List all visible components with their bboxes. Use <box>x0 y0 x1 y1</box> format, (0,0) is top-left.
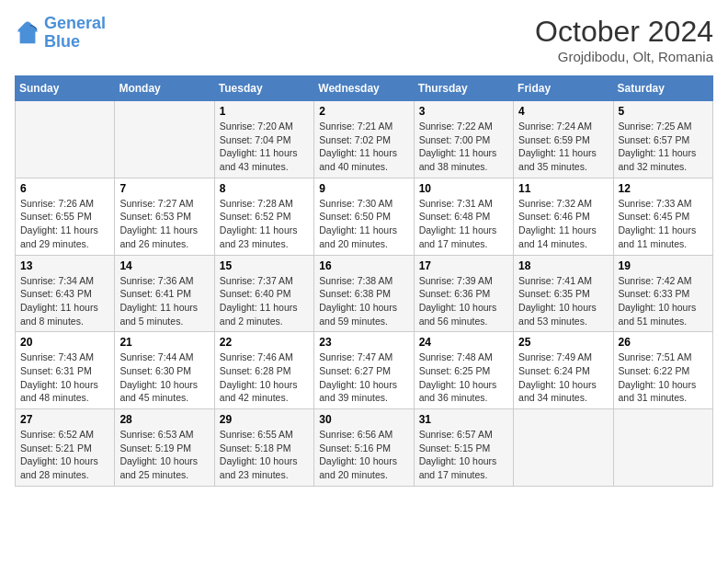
day-info: Sunrise: 7:28 AMSunset: 6:52 PMDaylight:… <box>220 197 309 251</box>
table-row: 31Sunrise: 6:57 AMSunset: 5:15 PMDayligh… <box>414 409 513 487</box>
day-number: 8 <box>220 182 309 195</box>
calendar-week-2: 6Sunrise: 7:26 AMSunset: 6:55 PMDaylight… <box>16 178 713 255</box>
day-number: 27 <box>20 413 109 426</box>
table-row: 1Sunrise: 7:20 AMSunset: 7:04 PMDaylight… <box>214 101 313 178</box>
table-row: 3Sunrise: 7:22 AMSunset: 7:00 PMDaylight… <box>414 101 513 178</box>
table-row: 22Sunrise: 7:46 AMSunset: 6:28 PMDayligh… <box>214 332 313 409</box>
day-number: 19 <box>619 259 708 272</box>
col-tuesday: Tuesday <box>214 76 313 101</box>
header-row: Sunday Monday Tuesday Wednesday Thursday… <box>16 76 713 101</box>
table-row: 10Sunrise: 7:31 AMSunset: 6:48 PMDayligh… <box>414 178 513 255</box>
table-row: 4Sunrise: 7:24 AMSunset: 6:59 PMDaylight… <box>514 101 613 178</box>
day-info: Sunrise: 7:51 AMSunset: 6:22 PMDaylight:… <box>619 350 708 405</box>
col-sunday: Sunday <box>16 76 115 101</box>
col-thursday: Thursday <box>414 76 513 101</box>
logo-icon <box>15 20 40 46</box>
day-number: 6 <box>20 182 109 195</box>
table-row <box>514 409 613 487</box>
table-row: 19Sunrise: 7:42 AMSunset: 6:33 PMDayligh… <box>613 255 712 332</box>
day-info: Sunrise: 7:37 AMSunset: 6:40 PMDaylight:… <box>220 274 309 328</box>
table-row: 5Sunrise: 7:25 AMSunset: 6:57 PMDaylight… <box>613 101 712 178</box>
table-row: 12Sunrise: 7:33 AMSunset: 6:45 PMDayligh… <box>613 178 712 255</box>
table-row: 30Sunrise: 6:56 AMSunset: 5:16 PMDayligh… <box>314 409 414 487</box>
day-info: Sunrise: 6:57 AMSunset: 5:15 PMDaylight:… <box>419 428 508 482</box>
col-monday: Monday <box>115 76 214 101</box>
day-number: 17 <box>419 259 508 272</box>
table-row <box>115 101 214 178</box>
table-row <box>16 101 115 178</box>
day-info: Sunrise: 7:42 AMSunset: 6:33 PMDaylight:… <box>619 274 708 328</box>
day-info: Sunrise: 7:30 AMSunset: 6:50 PMDaylight:… <box>319 197 408 251</box>
day-info: Sunrise: 7:21 AMSunset: 7:02 PMDaylight:… <box>319 120 408 174</box>
day-info: Sunrise: 7:24 AMSunset: 6:59 PMDaylight:… <box>518 120 608 174</box>
day-info: Sunrise: 7:43 AMSunset: 6:31 PMDaylight:… <box>20 350 109 405</box>
day-number: 7 <box>119 182 209 195</box>
table-row: 23Sunrise: 7:47 AMSunset: 6:27 PMDayligh… <box>314 332 414 409</box>
day-number: 25 <box>518 336 608 349</box>
calendar-week-4: 20Sunrise: 7:43 AMSunset: 6:31 PMDayligh… <box>16 332 713 409</box>
day-number: 13 <box>20 259 109 272</box>
day-number: 11 <box>518 182 608 195</box>
day-number: 15 <box>220 259 309 272</box>
day-number: 10 <box>419 182 508 195</box>
table-row: 21Sunrise: 7:44 AMSunset: 6:30 PMDayligh… <box>115 332 214 409</box>
table-row: 26Sunrise: 7:51 AMSunset: 6:22 PMDayligh… <box>613 332 712 409</box>
calendar-week-5: 27Sunrise: 6:52 AMSunset: 5:21 PMDayligh… <box>16 409 713 487</box>
location: Grojdibodu, Olt, Romania <box>535 49 713 64</box>
table-row: 13Sunrise: 7:34 AMSunset: 6:43 PMDayligh… <box>16 255 115 332</box>
day-number: 21 <box>119 336 209 349</box>
day-number: 16 <box>319 259 408 272</box>
col-friday: Friday <box>514 76 613 101</box>
day-number: 24 <box>419 336 508 349</box>
col-wednesday: Wednesday <box>314 76 414 101</box>
day-info: Sunrise: 7:31 AMSunset: 6:48 PMDaylight:… <box>419 197 508 251</box>
day-number: 1 <box>220 105 309 118</box>
logo: General Blue <box>15 15 106 52</box>
day-info: Sunrise: 7:26 AMSunset: 6:55 PMDaylight:… <box>20 197 109 251</box>
day-info: Sunrise: 7:33 AMSunset: 6:45 PMDaylight:… <box>619 197 708 251</box>
table-row: 24Sunrise: 7:48 AMSunset: 6:25 PMDayligh… <box>414 332 513 409</box>
table-row: 2Sunrise: 7:21 AMSunset: 7:02 PMDaylight… <box>314 101 414 178</box>
day-number: 4 <box>518 105 608 118</box>
day-info: Sunrise: 7:34 AMSunset: 6:43 PMDaylight:… <box>20 274 109 328</box>
day-number: 3 <box>419 105 508 118</box>
day-info: Sunrise: 7:47 AMSunset: 6:27 PMDaylight:… <box>319 350 408 405</box>
day-number: 23 <box>319 336 408 349</box>
day-info: Sunrise: 7:41 AMSunset: 6:35 PMDaylight:… <box>518 274 608 328</box>
table-row: 29Sunrise: 6:55 AMSunset: 5:18 PMDayligh… <box>214 409 313 487</box>
day-info: Sunrise: 7:20 AMSunset: 7:04 PMDaylight:… <box>220 120 309 174</box>
day-number: 9 <box>319 182 408 195</box>
calendar-week-1: 1Sunrise: 7:20 AMSunset: 7:04 PMDaylight… <box>16 101 713 178</box>
month-title: October 2024 <box>535 15 713 49</box>
day-number: 26 <box>619 336 708 349</box>
day-info: Sunrise: 6:56 AMSunset: 5:16 PMDaylight:… <box>319 428 408 482</box>
day-number: 30 <box>319 413 408 426</box>
day-number: 2 <box>319 105 408 118</box>
day-info: Sunrise: 7:39 AMSunset: 6:36 PMDaylight:… <box>419 274 508 328</box>
logo-text: General Blue <box>44 15 106 52</box>
table-row: 11Sunrise: 7:32 AMSunset: 6:46 PMDayligh… <box>514 178 613 255</box>
day-number: 18 <box>518 259 608 272</box>
table-row: 8Sunrise: 7:28 AMSunset: 6:52 PMDaylight… <box>214 178 313 255</box>
table-row: 20Sunrise: 7:43 AMSunset: 6:31 PMDayligh… <box>16 332 115 409</box>
day-number: 12 <box>619 182 708 195</box>
col-saturday: Saturday <box>613 76 712 101</box>
day-info: Sunrise: 7:22 AMSunset: 7:00 PMDaylight:… <box>419 120 508 174</box>
title-section: October 2024 Grojdibodu, Olt, Romania <box>535 15 713 64</box>
day-info: Sunrise: 7:32 AMSunset: 6:46 PMDaylight:… <box>518 197 608 251</box>
table-row <box>613 409 712 487</box>
table-row: 14Sunrise: 7:36 AMSunset: 6:41 PMDayligh… <box>115 255 214 332</box>
day-number: 31 <box>419 413 508 426</box>
calendar-table: Sunday Monday Tuesday Wednesday Thursday… <box>15 75 713 487</box>
day-info: Sunrise: 7:48 AMSunset: 6:25 PMDaylight:… <box>419 350 508 405</box>
table-row: 16Sunrise: 7:38 AMSunset: 6:38 PMDayligh… <box>314 255 414 332</box>
day-number: 20 <box>20 336 109 349</box>
day-info: Sunrise: 6:55 AMSunset: 5:18 PMDaylight:… <box>220 428 309 482</box>
day-info: Sunrise: 7:27 AMSunset: 6:53 PMDaylight:… <box>119 197 209 251</box>
table-row: 15Sunrise: 7:37 AMSunset: 6:40 PMDayligh… <box>214 255 313 332</box>
table-row: 25Sunrise: 7:49 AMSunset: 6:24 PMDayligh… <box>514 332 613 409</box>
day-info: Sunrise: 7:46 AMSunset: 6:28 PMDaylight:… <box>220 350 309 405</box>
day-number: 5 <box>619 105 708 118</box>
table-row: 18Sunrise: 7:41 AMSunset: 6:35 PMDayligh… <box>514 255 613 332</box>
table-row: 27Sunrise: 6:52 AMSunset: 5:21 PMDayligh… <box>16 409 115 487</box>
